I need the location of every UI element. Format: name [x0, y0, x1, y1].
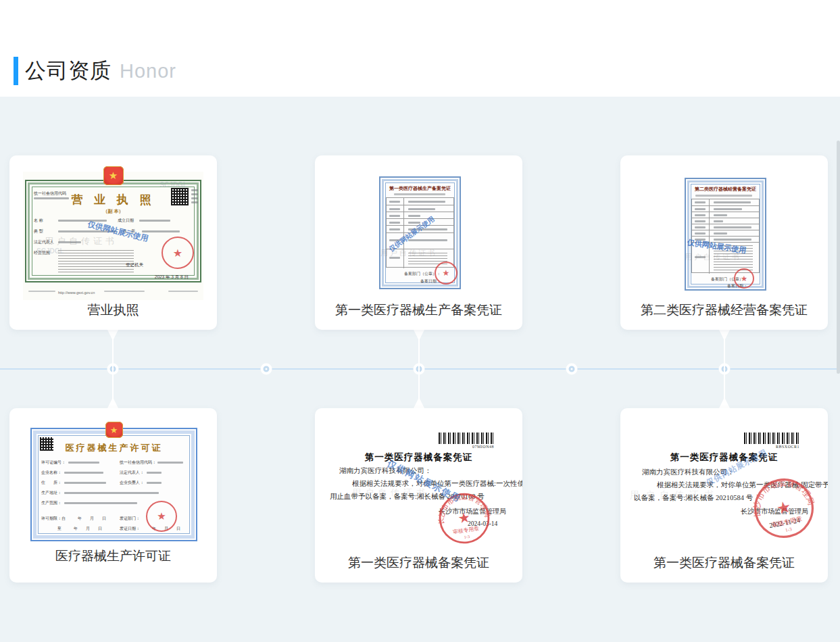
honor-section: ★ 统一社会信用代码 营 业 执 照 （副 本） 名 称 成立日期 类 型 住 … [0, 97, 840, 642]
card-business-license[interactable]: ★ 统一社会信用代码 营 业 执 照 （副 本） 名 称 成立日期 类 型 住 … [9, 155, 217, 330]
qr-side-text [191, 193, 198, 195]
field-value [157, 462, 183, 464]
certificate-image: 第二类医疗器械经营备案凭证 备案部门（公章）： 备案日期： ★ 用户自传证书 仅… [685, 178, 766, 291]
scrollbar-thumb[interactable] [837, 141, 840, 374]
field-value [139, 220, 170, 222]
connector-arrow-up-icon [107, 397, 118, 408]
connector-arrow-down-icon [414, 330, 424, 341]
field-label: 生产范围： [41, 500, 61, 506]
record-number [394, 193, 445, 195]
record-number [695, 195, 752, 197]
card-production-license[interactable]: ★ 医疗器械生产许可证 许可证编号： 统一社会信用代码： 企业名称： 法定代表人… [9, 408, 217, 583]
field-value [64, 502, 137, 504]
connector-arrow-up-icon [719, 397, 730, 408]
red-stamp: ★ [734, 268, 754, 289]
page: 公司资质 Honor ★ 统一社会信用代码 营 业 执 照 [0, 0, 840, 642]
footer-print [104, 291, 145, 293]
field-label: 住 所： [41, 480, 61, 486]
certificate-title: 第一类医疗器械备案凭证 [620, 451, 828, 464]
field-label: 生产地址： [41, 490, 61, 496]
field-label: 许可期限：自 年 月 日 [41, 516, 106, 522]
footer-print [168, 291, 198, 293]
timeline-connector [112, 330, 114, 408]
section-header: 公司资质 Honor [0, 0, 840, 97]
card-label: 第一类医疗器械备案凭证 [620, 554, 828, 572]
connector-arrow-down-icon [719, 330, 730, 341]
card-label: 医疗器械生产许可证 [9, 547, 217, 565]
field-label: 发证部门： [120, 516, 140, 522]
field-label: 名 称 [34, 218, 43, 224]
field-label: 至 年 月 日 [57, 526, 102, 532]
stamp-star-icon: ★ [457, 510, 471, 526]
license-subtitle: （副 本） [23, 208, 203, 215]
page-subtitle: Honor [120, 60, 176, 82]
qr-side-text [191, 197, 198, 199]
certificate-image: ★ 医疗器械生产许可证 许可证编号： 统一社会信用代码： 企业名称： 法定代表人… [30, 428, 197, 541]
qr-side-text [191, 189, 198, 191]
certificate-title: 第二类医疗器械经营备案凭证 [685, 186, 766, 193]
red-stamp: 长沙市市场监督管理局 ★ 审核专用章 1-3 [747, 471, 820, 545]
svg-text:1-3: 1-3 [464, 534, 470, 539]
accent-bar [14, 57, 18, 85]
certificate-title: 第一类医疗器械备案凭证 [315, 451, 522, 464]
footer-print [28, 291, 55, 293]
national-emblem-icon: ★ [103, 166, 124, 185]
field-label: 许可证编号： [41, 460, 66, 466]
certificate-title: 医疗器械生产许可证 [30, 442, 197, 454]
field-value [68, 462, 99, 464]
red-stamp: ★ [162, 237, 194, 269]
svg-text:审核专用章: 审核专用章 [453, 525, 480, 535]
page-title: 公司资质 [25, 57, 112, 85]
qr-side-text [191, 201, 198, 203]
gray-watermark: 用户自传证书 [630, 489, 719, 501]
card-class1-production-record[interactable]: 第一类医疗器械生产备案凭证 备案部门（公章）： 备案日期： ★ 用户自传证书 仅… [315, 155, 522, 330]
field-value [142, 230, 180, 232]
card-label: 营业执照 [9, 301, 217, 319]
field-label: 法定代表人： [120, 470, 144, 476]
business-scope-text [58, 250, 134, 273]
field-label: 成立日期 [118, 218, 134, 224]
card-label: 第一类医疗器械生产备案凭证 [315, 301, 522, 319]
gray-watermark: 用户自传证书 [352, 487, 429, 499]
certificate-image: 第一类医疗器械生产备案凭证 备案部门（公章）： 备案日期： ★ 用户自传证书 仅… [379, 176, 461, 289]
card-class1-record-2024[interactable]: 07MION48 第一类医疗器械备案凭证 湖南力宾医疗科技有限公司： 根据相关法… [315, 408, 522, 583]
field-label: 企业负责人： [120, 480, 144, 486]
timeline-dot [264, 366, 270, 372]
timeline-connector [724, 330, 725, 408]
field-label: 企业名称： [41, 470, 61, 476]
license-date: 2023 年 3 月 8 日 [155, 274, 189, 280]
barcode [744, 433, 799, 444]
field-value [147, 472, 162, 474]
card-class1-record-2022[interactable]: RBSXOCR1 第一类医疗器械备案凭证 湖南力宾医疗科技有限公司： 根据相关法… [620, 408, 828, 583]
barcode-number: 07MION48 [439, 445, 494, 449]
card-label: 第一类医疗器械备案凭证 [315, 554, 522, 572]
barcode [439, 433, 494, 444]
connector-arrow-up-icon [414, 397, 424, 408]
business-license-image: ★ 统一社会信用代码 营 业 执 照 （副 本） 名 称 成立日期 类 型 住 … [23, 172, 203, 300]
qr-code [171, 188, 189, 205]
field-label: 类 型 [34, 228, 43, 234]
field-value [147, 482, 162, 484]
timeline-dot [569, 366, 575, 372]
photo-watermark: SCJDGL [36, 247, 64, 255]
field-value [64, 482, 106, 484]
field-value [64, 492, 159, 494]
gsxt-url: http://www.gsxt.gov.cn [58, 291, 95, 295]
gray-watermark: 用户自传证书 [45, 235, 118, 247]
field-label: 统一社会信用代码： [120, 460, 156, 466]
timeline-connector [418, 330, 420, 408]
certificate-title: 第一类医疗器械生产备案凭证 [379, 185, 461, 192]
red-stamp: ★ [146, 501, 177, 532]
card-label: 第二类医疗器械经营备案凭证 [620, 301, 828, 319]
barcode-number: RBSXOCR1 [744, 445, 799, 449]
stamp-star-icon: ★ [775, 497, 793, 518]
national-emblem-icon: ★ [105, 422, 123, 438]
card-class2-operation-record[interactable]: 第二类医疗器械经营备案凭证 备案部门（公章）： 备案日期： ★ 用户自传证书 仅… [620, 155, 828, 330]
registrar-label: 登记机关 [126, 262, 143, 268]
connector-arrow-down-icon [107, 330, 118, 341]
red-stamp: ★ [435, 262, 458, 285]
photo-watermark: SCJDGL [159, 181, 187, 189]
field-value [64, 472, 103, 474]
svg-text:1-3: 1-3 [785, 526, 793, 533]
